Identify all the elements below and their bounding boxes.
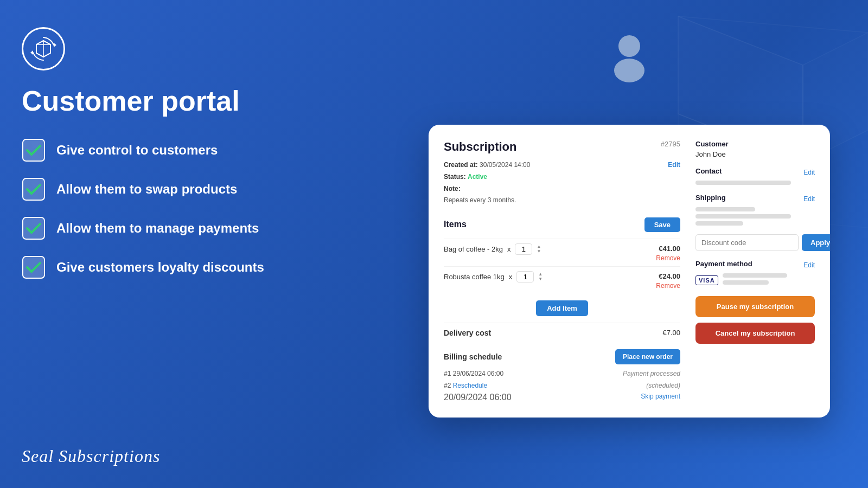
payment-method-header: Payment method Edit bbox=[695, 260, 815, 270]
payment-method-label: Payment method bbox=[695, 260, 752, 268]
item-qty-label-2: x bbox=[509, 273, 513, 281]
add-item-button[interactable]: Add Item bbox=[536, 300, 588, 316]
item-row-2: Robusta coffee 1kg x ▲▼ €24.00 Remove bbox=[444, 266, 680, 294]
discount-code-input[interactable] bbox=[695, 234, 799, 251]
billing-status-1: Payment processed bbox=[623, 370, 680, 377]
shipping-placeholder-2 bbox=[695, 214, 791, 219]
item-qty-arrows-2[interactable]: ▲▼ bbox=[538, 272, 542, 281]
status-value: Active bbox=[468, 173, 487, 181]
items-header: Items Save bbox=[444, 217, 680, 232]
delivery-row: Delivery cost €7.00 bbox=[444, 323, 680, 343]
save-button[interactable]: Save bbox=[644, 217, 680, 232]
contact-section: Contact Edit bbox=[695, 167, 815, 185]
feature-item-payments: Allow them to manage payments bbox=[22, 216, 336, 240]
card-inner: Subscription #2795 Created at: 30/05/202… bbox=[444, 140, 815, 402]
subscription-id: #2795 bbox=[661, 140, 680, 148]
apply-discount-button[interactable]: Apply bbox=[802, 234, 830, 251]
feature-text-loyalty: Give customers loyalty discounts bbox=[56, 260, 264, 275]
item-name-1: Bag of coffee - 2kg bbox=[444, 245, 503, 253]
card-right: Customer John Doe Contact Edit Shipping … bbox=[695, 140, 815, 402]
item-name-2: Robusta coffee 1kg bbox=[444, 273, 505, 281]
shipping-label: Shipping bbox=[695, 194, 726, 202]
svg-marker-9 bbox=[30, 50, 33, 55]
card-left: Subscription #2795 Created at: 30/05/202… bbox=[444, 140, 680, 402]
delivery-price: €7.00 bbox=[662, 329, 680, 337]
pause-subscription-button[interactable]: Pause my subscription bbox=[695, 296, 815, 317]
svg-point-15 bbox=[614, 59, 644, 82]
check-icon-control bbox=[22, 138, 46, 162]
billing-dt-1: 29/06/2024 06:00 bbox=[453, 370, 503, 377]
logo bbox=[22, 27, 65, 70]
contact-header: Contact Edit bbox=[695, 167, 815, 177]
feature-list: Give control to customers Allow them to … bbox=[22, 138, 336, 279]
item-qty-input-2[interactable] bbox=[516, 271, 534, 282]
skip-payment-link[interactable]: Skip payment bbox=[641, 393, 680, 402]
item-price-col-1: €41.00 Remove bbox=[656, 243, 680, 262]
feature-item-swap: Allow them to swap products bbox=[22, 177, 336, 201]
feature-item-control: Give control to customers bbox=[22, 138, 336, 162]
customer-section: Customer John Doe bbox=[695, 140, 815, 158]
customer-name: John Doe bbox=[695, 150, 815, 158]
feature-item-loyalty: Give customers loyalty discounts bbox=[22, 255, 336, 279]
right-panel: Subscription #2795 Created at: 30/05/202… bbox=[418, 0, 841, 488]
check-icon-loyalty bbox=[22, 255, 46, 279]
item-price-1: €41.00 bbox=[659, 245, 680, 253]
items-title: Items bbox=[444, 220, 467, 229]
check-icon-payments bbox=[22, 216, 46, 240]
feature-text-payments: Allow them to manage payments bbox=[56, 221, 259, 236]
subscription-header: Subscription #2795 bbox=[444, 140, 680, 154]
subscription-title: Subscription bbox=[444, 140, 516, 154]
subscription-edit-link[interactable]: Edit bbox=[668, 159, 680, 171]
discount-row: Apply bbox=[695, 234, 815, 251]
item-price-col-2: €24.00 Remove bbox=[656, 271, 680, 290]
billing-num-2: #2 Reschedule bbox=[444, 382, 487, 389]
card-expiry-placeholder bbox=[723, 280, 769, 285]
item-qty-label-1: x bbox=[507, 245, 511, 253]
feature-text-control: Give control to customers bbox=[56, 143, 218, 158]
shipping-edit-link[interactable]: Edit bbox=[803, 195, 815, 203]
cancel-subscription-button[interactable]: Cancel my subscription bbox=[695, 323, 815, 344]
avatar-icon bbox=[599, 27, 659, 87]
logo-icon bbox=[30, 35, 57, 62]
delivery-label: Delivery cost bbox=[444, 329, 491, 337]
billing-entry-2: #2 Reschedule (scheduled) 20/09/2024 06:… bbox=[444, 382, 680, 402]
note-label: Note: bbox=[444, 185, 461, 192]
check-icon-swap bbox=[22, 177, 46, 201]
page-title: Customer portal bbox=[22, 86, 336, 117]
shipping-header: Shipping Edit bbox=[695, 194, 815, 204]
shipping-placeholder-3 bbox=[695, 221, 743, 226]
shipping-section: Shipping Edit bbox=[695, 194, 815, 226]
card-number-placeholder bbox=[723, 273, 787, 278]
svg-point-14 bbox=[618, 35, 640, 57]
place-new-order-button[interactable]: Place new order bbox=[615, 349, 680, 364]
item-qty-arrows-1[interactable]: ▲▼ bbox=[537, 244, 541, 254]
billing-item-2: #2 Reschedule (scheduled) bbox=[444, 382, 680, 389]
contact-edit-link[interactable]: Edit bbox=[803, 169, 815, 176]
svg-marker-8 bbox=[54, 43, 56, 47]
contact-label: Contact bbox=[695, 167, 722, 175]
contact-placeholder-1 bbox=[695, 181, 791, 185]
created-value: 30/05/2024 14:00 bbox=[480, 161, 530, 169]
item-remove-2[interactable]: Remove bbox=[656, 282, 680, 290]
created-label: Created at: bbox=[444, 161, 478, 169]
payment-method-section: Payment method Edit VISA bbox=[695, 260, 815, 287]
billing-item-1: #1 29/06/2024 06:00 Payment processed bbox=[444, 370, 680, 377]
subscription-card: Subscription #2795 Created at: 30/05/202… bbox=[429, 125, 830, 417]
item-remove-1[interactable]: Remove bbox=[656, 254, 680, 262]
payment-row: VISA bbox=[695, 273, 815, 287]
visa-badge: VISA bbox=[695, 275, 718, 285]
action-buttons: Pause my subscription Cancel my subscrip… bbox=[695, 296, 815, 344]
billing-num-1: #1 bbox=[444, 370, 451, 377]
payment-method-edit-link[interactable]: Edit bbox=[803, 261, 815, 269]
status-label: Status: bbox=[444, 173, 466, 181]
shipping-placeholder-1 bbox=[695, 207, 755, 211]
left-panel: Customer portal Give control to customer… bbox=[22, 27, 336, 279]
billing-status-2: (scheduled) bbox=[646, 382, 680, 389]
item-qty-input-1[interactable] bbox=[515, 243, 532, 255]
reschedule-link[interactable]: Reschedule bbox=[453, 382, 487, 389]
repeats-value: Repeats every 3 months. bbox=[444, 196, 516, 204]
item-row-1: Bag of coffee - 2kg x ▲▼ €41.00 Remove bbox=[444, 239, 680, 266]
brand-name: Seal Subscriptions bbox=[22, 446, 160, 466]
item-info-1: Bag of coffee - 2kg x ▲▼ bbox=[444, 243, 541, 255]
avatar-container bbox=[599, 27, 659, 89]
